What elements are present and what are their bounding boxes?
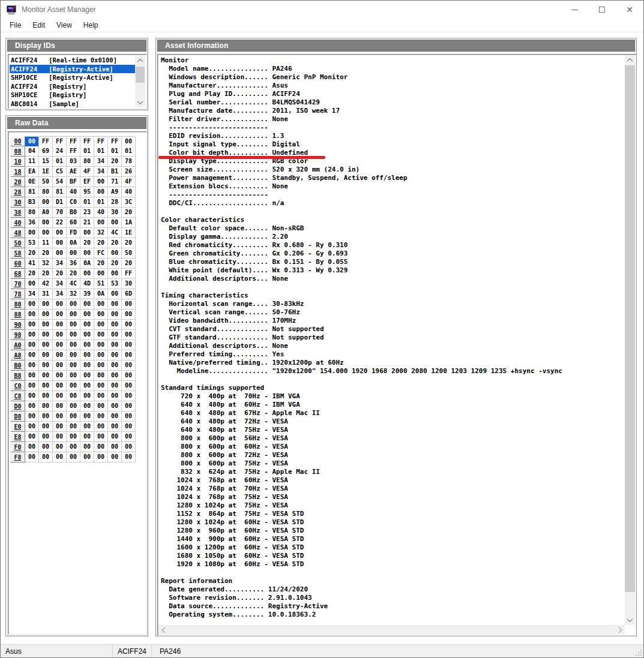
hex-cell[interactable]: 00 (39, 350, 53, 360)
hex-cell[interactable]: 00 (108, 289, 122, 299)
hex-cell[interactable]: 00 (122, 391, 136, 401)
hex-cell[interactable]: 81 (53, 187, 67, 197)
hex-cell[interactable]: 95 (80, 187, 94, 197)
hex-cell[interactable]: 4F (122, 177, 136, 187)
hex-cell[interactable]: 00 (53, 442, 67, 452)
hex-cell[interactable]: 00 (108, 442, 122, 452)
hex-cell[interactable]: 00 (122, 432, 136, 442)
hex-cell[interactable]: B1 (108, 167, 122, 177)
hex-cell[interactable]: 00 (39, 442, 53, 452)
hex-cell[interactable]: 00 (67, 360, 80, 371)
hex-cell[interactable]: 00 (122, 330, 136, 340)
scroll-down-button[interactable] (625, 615, 635, 625)
hex-cell[interactable]: 00 (94, 371, 108, 381)
hex-cell[interactable]: B0 (67, 208, 80, 218)
hex-offset-button[interactable]: 00 (10, 136, 25, 146)
hex-cell[interactable]: FF (53, 136, 67, 147)
hex-offset-button[interactable]: E0 (10, 422, 25, 432)
display-ids-scrollbar[interactable] (135, 56, 145, 107)
menu-item-view[interactable]: View (53, 19, 76, 31)
hex-cell[interactable]: 00 (25, 136, 39, 147)
hex-cell[interactable]: 00 (80, 432, 94, 442)
hex-cell[interactable]: 20 (122, 238, 136, 248)
hex-cell[interactable]: 00 (80, 340, 94, 350)
hex-offset-button[interactable]: 50 (10, 238, 25, 248)
asset-vertical-scrollbar[interactable] (625, 55, 635, 625)
hex-cell[interactable]: 00 (67, 442, 80, 452)
hex-cell[interactable]: 00 (53, 248, 67, 259)
hex-cell[interactable]: 41 (25, 259, 39, 269)
hex-cell[interactable]: 36 (25, 218, 39, 228)
hex-cell[interactable]: 00 (94, 422, 108, 432)
hex-cell[interactable]: 00 (108, 401, 122, 411)
hex-cell[interactable]: 00 (67, 422, 80, 432)
hex-cell[interactable]: 00 (94, 299, 108, 310)
scroll-up-button[interactable] (135, 56, 145, 66)
hex-offset-button[interactable]: 48 (10, 228, 25, 238)
hex-cell[interactable]: 00 (53, 228, 67, 238)
menu-item-edit[interactable]: Edit (29, 19, 49, 31)
display-id-item[interactable]: SHP10CE [Registry] (10, 91, 135, 100)
hex-cell[interactable]: 21 (80, 218, 94, 228)
hex-cell[interactable]: 40 (67, 187, 80, 197)
hex-cell[interactable]: 01 (80, 197, 94, 208)
hex-cell[interactable]: 00 (94, 452, 108, 462)
hex-cell[interactable]: 70 (53, 208, 67, 218)
hex-cell[interactable]: 28 (108, 197, 122, 208)
hex-offset-button[interactable]: A0 (10, 340, 25, 350)
hex-offset-button[interactable]: 10 (10, 157, 25, 167)
hex-offset-button[interactable]: 78 (10, 289, 25, 299)
hex-cell[interactable]: 00 (80, 442, 94, 452)
hex-cell[interactable]: 00 (25, 452, 39, 462)
hex-offset-button[interactable]: 60 (10, 259, 25, 269)
hex-cell[interactable]: 34 (53, 259, 67, 269)
hex-cell[interactable]: FF (67, 136, 80, 147)
hex-cell[interactable]: 20 (25, 248, 39, 259)
display-id-item[interactable]: ACIFF24 [Real-time 0x0100] (10, 56, 135, 65)
hex-cell[interactable]: EF (80, 177, 94, 187)
hex-cell[interactable]: 00 (94, 360, 108, 371)
scroll-left-button[interactable] (158, 625, 169, 635)
hex-cell[interactable]: 50 (122, 248, 136, 259)
hex-offset-button[interactable]: 08 (10, 146, 25, 157)
hex-cell[interactable]: 23 (80, 208, 94, 218)
hex-cell[interactable]: 15 (39, 157, 53, 167)
hex-cell[interactable]: 20 (94, 238, 108, 248)
hex-cell[interactable]: 00 (53, 360, 67, 371)
hex-cell[interactable]: 00 (53, 381, 67, 391)
hex-cell[interactable]: 30 (122, 279, 136, 289)
hex-cell[interactable]: 03 (67, 157, 80, 167)
hex-cell[interactable]: 80 (25, 208, 39, 218)
hex-cell[interactable]: 32 (94, 228, 108, 238)
hex-cell[interactable]: D1 (53, 197, 67, 208)
hex-cell[interactable]: 00 (39, 299, 53, 310)
hex-cell[interactable]: 20 (108, 238, 122, 248)
hex-cell[interactable]: 00 (39, 452, 53, 462)
hex-cell[interactable]: 00 (80, 248, 94, 259)
maximize-button[interactable] (588, 1, 616, 19)
hex-cell[interactable]: 00 (94, 330, 108, 340)
hex-cell[interactable]: 20 (67, 269, 80, 279)
hex-cell[interactable]: 01 (80, 146, 94, 157)
hex-cell[interactable]: 34 (94, 167, 108, 177)
hex-cell[interactable]: 20 (108, 157, 122, 167)
hex-cell[interactable]: 34 (53, 289, 67, 299)
hex-cell[interactable]: 40 (94, 208, 108, 218)
hex-cell[interactable]: 00 (108, 411, 122, 422)
hex-offset-button[interactable]: 38 (10, 208, 25, 218)
hex-cell[interactable]: C5 (53, 167, 67, 177)
hex-cell[interactable]: 00 (53, 452, 67, 462)
hex-cell[interactable]: 00 (94, 177, 108, 187)
hex-cell[interactable]: 50 (39, 177, 53, 187)
hex-offset-button[interactable]: 80 (10, 299, 25, 310)
hex-cell[interactable]: 00 (53, 401, 67, 411)
hex-cell[interactable]: A0 (39, 208, 53, 218)
hex-cell[interactable]: 00 (25, 401, 39, 411)
hex-cell[interactable]: 00 (25, 432, 39, 442)
hex-cell[interactable]: FF (94, 136, 108, 147)
hex-cell[interactable]: AE (67, 167, 80, 177)
display-id-item[interactable]: SHP10CE [Registry-Active] (10, 73, 135, 82)
hex-cell[interactable]: 00 (67, 320, 80, 330)
menu-item-help[interactable]: Help (80, 19, 102, 31)
hex-cell[interactable]: 4C (67, 279, 80, 289)
